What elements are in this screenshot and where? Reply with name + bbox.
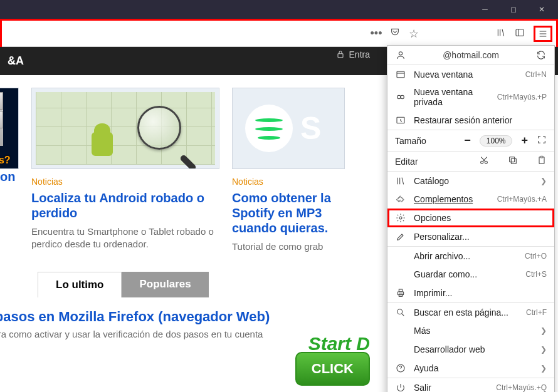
help-icon [395, 363, 406, 373]
browser-toolbar: ••• ☆ [2, 21, 556, 47]
svg-rect-15 [399, 289, 402, 292]
gear-icon [395, 213, 406, 223]
menu-open-file[interactable]: Abrir archivo... Ctrl+O [387, 246, 554, 265]
chevron-right-icon: ❯ [540, 364, 547, 373]
account-avatar-icon [395, 50, 406, 60]
window-icon [395, 70, 406, 80]
chevron-right-icon: ❯ [540, 345, 547, 354]
svg-rect-9 [511, 158, 516, 163]
cut-icon[interactable] [479, 155, 489, 167]
zoom-value[interactable]: 100% [480, 135, 513, 147]
svg-point-5 [401, 95, 404, 98]
menu-new-private-window[interactable]: Nueva ventana privada Ctrl+Mayús.+P [387, 83, 554, 111]
server-illustration [0, 92, 3, 146]
power-icon [395, 383, 406, 393]
login-link[interactable]: Entra [335, 49, 370, 59]
article-link-0[interactable]: kemon [0, 169, 19, 184]
sidebar-icon[interactable] [515, 28, 525, 40]
menu-edit-row: Editar [387, 151, 554, 171]
fullscreen-icon[interactable] [537, 135, 547, 147]
svg-point-4 [397, 95, 401, 98]
menu-save-as[interactable]: Guardar como... Ctrl+S [387, 265, 554, 284]
puzzle-icon [395, 194, 406, 204]
edit-label: Editar [395, 157, 471, 167]
android-icon [92, 132, 113, 156]
category-label-2: Noticias [232, 177, 345, 187]
printer-icon [395, 288, 406, 298]
menu-print[interactable]: Imprimir... [387, 284, 554, 302]
spotify-icon [245, 105, 293, 152]
svg-rect-10 [510, 157, 515, 162]
promo-heading: Start D [308, 333, 370, 354]
caidos-text: aidos? [0, 155, 11, 166]
svg-rect-16 [399, 294, 402, 296]
article-link-2[interactable]: Como obtener la Spotify en MP3 cuando qu… [232, 190, 345, 235]
chevron-right-icon: ❯ [540, 326, 547, 335]
spotify-letter: S [300, 110, 321, 147]
menu-library[interactable]: Catálogo ❯ [387, 171, 554, 190]
menu-more[interactable]: Más ❯ [387, 321, 554, 340]
menu-addons[interactable]: Complementos Ctrl+Mayús.+A [387, 190, 554, 209]
menu-customize[interactable]: Personalizar... [387, 227, 554, 246]
window-maximize-button[interactable]: ◻ [499, 0, 527, 19]
article-link-1[interactable]: Localiza tu Android robado o perdido [31, 190, 219, 220]
svg-rect-3 [397, 71, 404, 77]
menu-zoom-row: Tamaño − 100% + [387, 130, 554, 151]
app-menu-button[interactable] [534, 26, 552, 42]
article-desc-1: Encuentra tu Smartphone o Tablet robado … [31, 225, 219, 250]
site-brand: &A [8, 54, 24, 68]
zoom-in-button[interactable]: + [521, 134, 528, 147]
zoom-out-button[interactable]: − [464, 134, 471, 147]
menu-restore-session[interactable]: Restaurar sesión anterior [387, 111, 554, 130]
menu-exit[interactable]: Salir Ctrl+Mayús.+Q [387, 378, 554, 392]
menu-options[interactable]: Opciones [387, 209, 554, 227]
tab-latest[interactable]: Lo ultimo [38, 272, 122, 297]
promo-click-button[interactable]: CLICK [295, 352, 370, 386]
page-actions-icon[interactable]: ••• [369, 27, 383, 40]
app-menu-panel: @hotmail.com Nueva ventana Ctrl+N Nueva … [387, 45, 555, 392]
tab-popular[interactable]: Populares [122, 272, 208, 297]
mask-icon [395, 92, 406, 102]
menu-find[interactable]: Buscar en esta página... Ctrl+F [387, 302, 554, 321]
login-label: Entra [349, 49, 370, 59]
svg-rect-12 [540, 156, 543, 158]
copy-icon[interactable] [508, 155, 518, 167]
paste-icon[interactable] [537, 155, 547, 167]
svg-rect-1 [338, 54, 343, 58]
menu-web-developer[interactable]: Desarrollador web ❯ [387, 340, 554, 359]
brush-icon [395, 232, 406, 242]
article-desc-2: Tutorial de como grab [232, 240, 345, 253]
window-minimize-button[interactable]: ─ [471, 0, 499, 19]
category-label-1: Noticias [31, 177, 219, 187]
bookmark-star-icon[interactable]: ☆ [407, 27, 421, 41]
search-icon [395, 307, 406, 317]
menu-new-window[interactable]: Nueva ventana Ctrl+N [387, 64, 554, 83]
zoom-label: Tamaño [395, 136, 456, 146]
svg-rect-14 [397, 292, 403, 295]
sync-icon[interactable] [535, 50, 547, 60]
svg-point-13 [399, 217, 402, 219]
chevron-right-icon: ❯ [540, 177, 547, 185]
window-close-button[interactable]: ✕ [527, 0, 555, 19]
svg-point-17 [397, 309, 403, 314]
magnifier-icon [137, 106, 194, 162]
account-email[interactable]: @hotmail.com [414, 50, 528, 60]
svg-rect-0 [516, 29, 524, 36]
library-icon[interactable] [496, 28, 506, 40]
section-desc: nuestra como activar y usar la verificac… [0, 329, 301, 339]
restore-icon [395, 115, 406, 125]
pocket-icon[interactable] [388, 27, 402, 40]
library-menu-icon [395, 176, 406, 186]
menu-help[interactable]: Ayuda ❯ [387, 359, 554, 378]
svg-point-2 [399, 52, 402, 55]
